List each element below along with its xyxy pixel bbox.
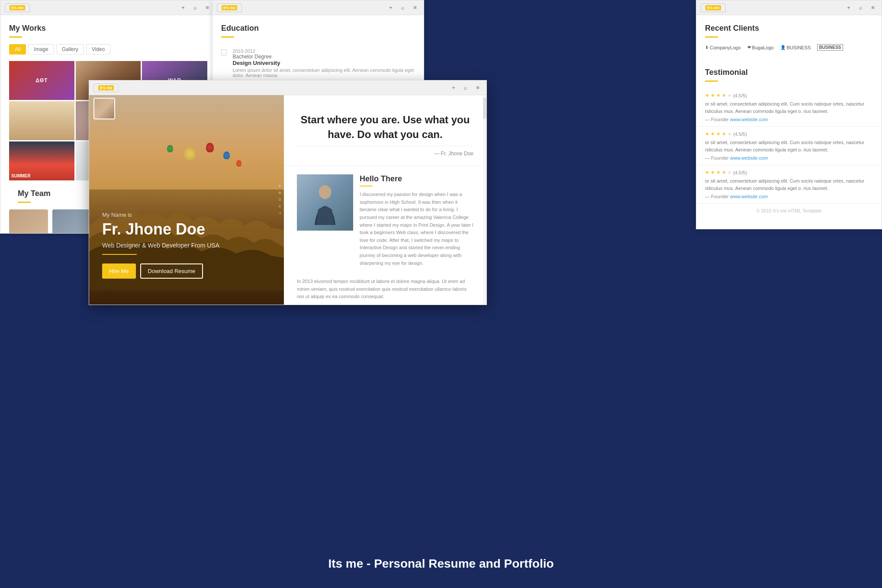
education-item: 2010-2012 Bachelor Degree Design Univers… bbox=[212, 44, 424, 83]
main-plus-btn[interactable]: + bbox=[449, 84, 458, 92]
quote-divider bbox=[297, 146, 473, 146]
nav-b-label: B bbox=[278, 192, 282, 195]
testimonial-item-2: ★★★★★ (4.5/5) or sit amet, consectetuer … bbox=[696, 127, 882, 165]
profile-photo bbox=[93, 98, 115, 119]
testimonial-item-3: ★★★★★ (4.5/5) or sit amet, consectetuer … bbox=[696, 165, 882, 204]
testimonial-underline bbox=[705, 80, 718, 82]
right-plus-btn[interactable]: + bbox=[844, 3, 853, 12]
works-title: My Works bbox=[9, 24, 207, 33]
balloon-4 bbox=[236, 160, 241, 167]
clients-underline bbox=[705, 36, 718, 38]
work-item[interactable]: SUMMER bbox=[9, 141, 74, 180]
filter-tabs: All Image Gallery Video bbox=[9, 44, 207, 55]
right-menu-btn[interactable]: ≡ bbox=[869, 3, 877, 12]
mid-tab-badge: It's me bbox=[222, 5, 237, 10]
rating-2: ★★★★★ (4.5/5) bbox=[705, 131, 873, 137]
right-window-footer: © 2015 It's me HTML Template bbox=[696, 204, 882, 218]
main-right-content: Start where you are. Use what you have. … bbox=[284, 95, 486, 305]
about-yellow-line bbox=[360, 186, 373, 186]
works-underline bbox=[9, 36, 22, 38]
client-logo-1-name: CompanyLogo bbox=[710, 45, 741, 50]
person-svg bbox=[308, 179, 342, 226]
scrollbar-thumb[interactable] bbox=[483, 97, 486, 119]
filter-image[interactable]: Image bbox=[28, 44, 54, 55]
left-tab[interactable]: It's me bbox=[5, 3, 30, 12]
edu-degree: Bachelor Degree bbox=[233, 54, 415, 60]
left-plus-btn[interactable]: + bbox=[179, 3, 187, 12]
filter-video[interactable]: Video bbox=[86, 44, 110, 55]
nav-about-label: A bbox=[278, 185, 282, 188]
hero-section: My Name is Fr. Jhone Doe Web Designer & … bbox=[89, 95, 284, 305]
hero-content: My Name is Fr. Jhone Doe Web Designer & … bbox=[102, 212, 219, 279]
quote-section: Start where you are. Use what you have. … bbox=[284, 95, 486, 166]
scrollbar[interactable] bbox=[483, 95, 486, 305]
mid-tab[interactable]: It's me bbox=[217, 3, 242, 12]
team-avatar-2[interactable] bbox=[52, 209, 91, 234]
right-tab[interactable]: It's me bbox=[701, 3, 726, 12]
filter-all[interactable]: All bbox=[9, 44, 26, 55]
client-logo-4: BUSINESS bbox=[817, 44, 843, 51]
testimonial-author-3: — Founder www.website.com bbox=[705, 194, 873, 199]
main-tab-badge: It's me bbox=[98, 85, 114, 90]
education-underline bbox=[221, 36, 234, 38]
education-title: Education bbox=[221, 24, 415, 33]
client-logo-2-name: BugaLogo bbox=[752, 45, 774, 50]
right-search-btn[interactable]: ⌕ bbox=[856, 3, 865, 12]
mid-search-btn[interactable]: ⌕ bbox=[399, 3, 407, 12]
about-greeting: Hello There bbox=[360, 174, 473, 183]
work-item[interactable] bbox=[9, 101, 74, 140]
mid-menu-btn[interactable]: ≡ bbox=[411, 3, 419, 12]
main-tab[interactable]: It's me bbox=[93, 84, 119, 92]
hero-buttons: Hire Me Download Resume bbox=[102, 263, 219, 279]
about-section: Hello There I discovered my passion for … bbox=[284, 166, 486, 276]
main-menu-btn[interactable]: ≡ bbox=[473, 84, 482, 92]
testimonial-author-1: — Founder www.website.com bbox=[705, 117, 873, 122]
nav-t-label: T bbox=[278, 212, 282, 215]
nav-o-label: O bbox=[278, 198, 282, 202]
mid-plus-btn[interactable]: + bbox=[386, 3, 395, 12]
testimonial-title: Testimonial bbox=[705, 68, 873, 77]
left-tab-badge: It's me bbox=[10, 5, 25, 10]
page-footer-title: Its me - Personal Resume and Portfolio bbox=[0, 557, 882, 571]
quote-author: — Fr. Jhone Doe bbox=[297, 151, 473, 157]
mid-toolbar: It's me + ⌕ ≡ bbox=[212, 0, 424, 15]
rating-3: ★★★★★ (4.5/5) bbox=[705, 170, 873, 175]
right-toolbar: It's me + ⌕ ≡ bbox=[696, 0, 882, 15]
client-logo-1: ⬇ CompanyLogo bbox=[705, 45, 741, 50]
team-avatar-1[interactable] bbox=[9, 209, 48, 234]
nav-u-label: U bbox=[278, 205, 282, 209]
right-browser-window: It's me + ⌕ ≡ Recent Clients ⬇ CompanyLo… bbox=[696, 0, 882, 229]
edu-years: 2010-2012 bbox=[233, 48, 415, 54]
testimonial-link-3[interactable]: www.website.com bbox=[730, 194, 768, 199]
hero-title: Web Designer & Web Developer From USA bbox=[102, 242, 219, 249]
right-tab-badge: It's me bbox=[705, 5, 721, 10]
left-menu-btn[interactable]: ≡ bbox=[203, 3, 212, 12]
testimonial-link-2[interactable]: www.website.com bbox=[730, 155, 768, 161]
hire-button[interactable]: Hire Me bbox=[102, 263, 136, 279]
client-logo-3: 👤 BUSINESS bbox=[780, 45, 811, 50]
balloon-1 bbox=[184, 147, 195, 160]
testimonial-author-2: — Founder www.website.com bbox=[705, 155, 873, 161]
testimonial-text-1: or sit amet, consectetuer adipiscing eli… bbox=[705, 100, 873, 115]
work-item[interactable]: ΔΘΤ bbox=[9, 61, 74, 100]
testimonial-text-2: or sit amet, consectetuer adipiscing eli… bbox=[705, 139, 873, 153]
about-content: Hello There I discovered my passion for … bbox=[360, 174, 473, 267]
balloon-3 bbox=[223, 151, 230, 159]
edu-details: 2010-2012 Bachelor Degree Design Univers… bbox=[233, 48, 415, 78]
hero-yellow-line bbox=[102, 254, 137, 255]
balloon-5 bbox=[167, 145, 173, 152]
edu-school: Design University bbox=[233, 60, 415, 66]
testimonial-item-1: ★★★★★ (4.5/5) or sit amet, consectetuer … bbox=[696, 88, 882, 127]
main-browser-window: It's me + ⌕ ≡ bbox=[89, 80, 487, 305]
filter-gallery[interactable]: Gallery bbox=[56, 44, 84, 55]
testimonial-link-1[interactable]: www.website.com bbox=[730, 117, 768, 122]
main-search-btn[interactable]: ⌕ bbox=[461, 84, 470, 92]
edu-checkbox bbox=[221, 49, 226, 55]
balloon-2 bbox=[206, 143, 214, 152]
clients-logos: ⬇ CompanyLogo ❤ BugaLogo 👤 BUSINESS BUSI… bbox=[696, 44, 882, 59]
mid-browser-window: It's me + ⌕ ≡ Education 2010-2012 Bachel… bbox=[212, 0, 424, 87]
download-resume-button[interactable]: Download Resume bbox=[140, 263, 203, 279]
about-more: In 2013 eiusmod tempor incididunt ut lab… bbox=[284, 278, 486, 301]
left-search-btn[interactable]: ⌕ bbox=[191, 3, 200, 12]
work-label-1: ΔΘΤ bbox=[35, 77, 48, 84]
